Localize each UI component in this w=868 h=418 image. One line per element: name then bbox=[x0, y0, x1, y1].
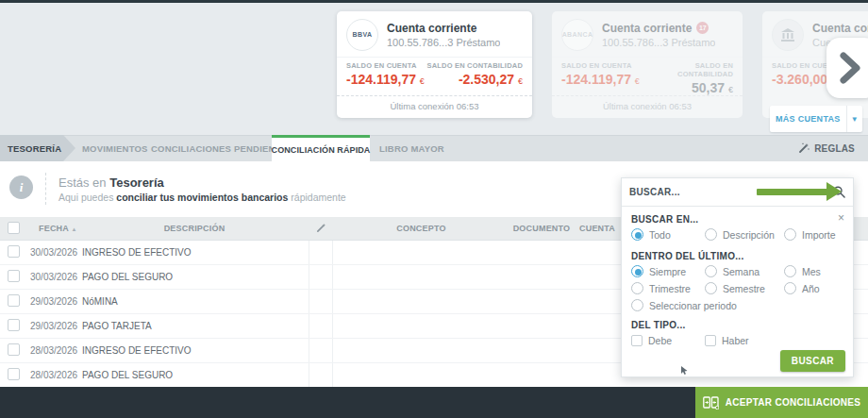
info-divider bbox=[45, 173, 46, 205]
close-icon[interactable]: × bbox=[838, 212, 844, 224]
tab-conciliacion-rapida-active[interactable]: CONCILIACIÓN RÁPIDA bbox=[272, 135, 370, 161]
checkbox-icon[interactable] bbox=[631, 335, 643, 346]
tab-libro-mayor[interactable]: LIBRO MAYOR bbox=[379, 135, 444, 161]
card-subtitle: 100.55.786...3 Préstamo bbox=[387, 37, 500, 48]
buscar-en-label: BUSCAR EN... bbox=[631, 214, 698, 225]
saldo-cuenta-label: SALDO EN CUENTA bbox=[561, 61, 640, 70]
notification-badge: 17 bbox=[696, 22, 709, 34]
account-card-abanca[interactable]: ABANCA Cuenta corriente 17 100.55.786...… bbox=[552, 11, 743, 118]
buscar-button[interactable]: BUSCAR bbox=[780, 350, 845, 372]
aceptar-conciliaciones-button[interactable]: ACEPTAR CONCILIACIONES bbox=[695, 387, 868, 418]
reglas-label: REGLAS bbox=[814, 143, 855, 154]
radio-todo[interactable]: Todo bbox=[631, 228, 671, 241]
radio-semana[interactable]: Semana bbox=[705, 265, 760, 277]
row-checkbox[interactable] bbox=[8, 270, 20, 282]
abanca-logo-text: ABANCA bbox=[562, 31, 593, 38]
last-connection: Última conexión 06:53 bbox=[552, 95, 743, 111]
cell-rules bbox=[309, 290, 333, 313]
saldo-cuenta-value: -124.119,77 € bbox=[561, 72, 640, 87]
tab-tesoreria[interactable]: TESORERÍA bbox=[0, 135, 75, 161]
account-card-bbva[interactable]: BBVA Cuenta corriente 100.55.786...3 Pré… bbox=[337, 11, 532, 118]
app-root: BBVA Cuenta corriente 100.55.786...3 Pré… bbox=[0, 0, 868, 418]
bank-icon bbox=[772, 19, 804, 51]
cell-rules bbox=[309, 363, 333, 387]
radio-mes[interactable]: Mes bbox=[784, 265, 821, 277]
saldo-cuenta-label: SALDO EN CUENTA bbox=[346, 61, 425, 70]
saldo-contabilidad-label: SALDO EN CONTABILIDAD bbox=[640, 61, 733, 78]
tab-movimientos[interactable]: MOVIMIENTOS bbox=[82, 135, 148, 161]
radio-ano[interactable]: Año bbox=[784, 282, 820, 294]
chevron-down-icon[interactable]: ▼ bbox=[847, 106, 862, 132]
del-tipo-label: DEL TIPO... bbox=[631, 320, 686, 330]
radio-siempre[interactable]: Siempre bbox=[631, 265, 686, 277]
bbva-logo: BBVA bbox=[346, 19, 378, 51]
info-subtitle: Aqui puedes conciliar tus movimientos ba… bbox=[58, 192, 346, 203]
bbva-logo-text: BBVA bbox=[353, 31, 373, 38]
cell-fecha: 28/03/2026 bbox=[28, 345, 80, 356]
row-checkbox[interactable] bbox=[8, 245, 20, 258]
column-header-concepto[interactable]: CONCEPTO bbox=[333, 224, 509, 233]
column-header-descripcion[interactable]: DESCRIPCIÓN bbox=[80, 224, 309, 233]
radio-selected-icon[interactable] bbox=[631, 228, 643, 241]
row-checkbox[interactable] bbox=[8, 294, 20, 307]
radio-icon[interactable] bbox=[705, 282, 717, 294]
radio-icon[interactable] bbox=[705, 228, 717, 241]
saldo-contabilidad-value: -2.530,27 € bbox=[426, 72, 523, 87]
radio-icon[interactable] bbox=[631, 282, 643, 294]
row-checkbox[interactable] bbox=[8, 343, 20, 356]
cell-fecha: 28/03/2026 bbox=[28, 370, 80, 380]
cell-descripcion: PAGO DEL SEGURO bbox=[80, 272, 309, 282]
cell-rules bbox=[309, 241, 333, 264]
aceptar-conciliaciones-label: ACEPTAR CONCILIACIONES bbox=[726, 397, 861, 408]
dentro-del-ultimo-label: DENTRO DEL ÚLTIMO... bbox=[631, 251, 744, 261]
saldo-cuenta-value: -124.119,77 € bbox=[346, 72, 425, 87]
saldo-contabilidad-label: SALDO EN CONTABILIDAD bbox=[426, 61, 523, 70]
column-header-documento[interactable]: DOCUMENTO bbox=[509, 224, 574, 233]
magic-wand-icon bbox=[316, 223, 326, 233]
mas-cuentas-label: MÁS CUENTAS bbox=[770, 106, 847, 132]
info-icon: i bbox=[9, 176, 33, 199]
cell-rules bbox=[309, 314, 333, 338]
last-connection: Última conexión 06:53 bbox=[337, 95, 532, 111]
card-subtitle: 100.55.786...3 Préstamo bbox=[602, 37, 715, 48]
row-checkbox[interactable] bbox=[8, 319, 20, 331]
reglas-button[interactable]: REGLAS bbox=[798, 135, 855, 161]
column-header-cuenta[interactable]: CUENTA bbox=[574, 224, 621, 233]
radio-icon[interactable] bbox=[784, 265, 796, 277]
cell-fecha: 29/03/2026 bbox=[28, 296, 80, 307]
abanca-logo: ABANCA bbox=[561, 19, 593, 51]
card-title: Cuenta corriente 17 bbox=[602, 22, 715, 35]
next-accounts-button[interactable] bbox=[826, 38, 868, 98]
radio-icon[interactable] bbox=[784, 228, 796, 241]
radio-seleccionar-periodo[interactable]: Seleccionar periodo bbox=[631, 299, 737, 311]
radio-descripcion[interactable]: Descripción bbox=[705, 228, 775, 241]
checkbox-haber[interactable]: Haber bbox=[705, 335, 749, 346]
radio-trimestre[interactable]: Trimestre bbox=[631, 282, 691, 294]
chevron-right-icon bbox=[838, 52, 862, 84]
sort-asc-icon: ▲ bbox=[71, 226, 76, 232]
cell-descripcion: PAGO DEL SEGURO bbox=[80, 370, 309, 380]
radio-semestre[interactable]: Semestre bbox=[705, 282, 765, 294]
top-border-line bbox=[0, 0, 868, 3]
info-title: Estás en Tesorería bbox=[58, 176, 164, 190]
select-all-checkbox[interactable] bbox=[8, 222, 20, 234]
cell-rules bbox=[309, 265, 333, 289]
tutorial-arrow-shaft bbox=[757, 189, 828, 195]
card-title: Cuenta corriente bbox=[812, 22, 868, 35]
radio-selected-icon[interactable] bbox=[631, 265, 643, 277]
radio-icon[interactable] bbox=[784, 282, 796, 294]
radio-icon[interactable] bbox=[631, 299, 643, 311]
cell-fecha: 30/03/2026 bbox=[28, 247, 80, 258]
column-header-fecha[interactable]: FECHA ▲ bbox=[28, 224, 80, 233]
checkbox-icon[interactable] bbox=[705, 335, 716, 346]
radio-importe[interactable]: Importe bbox=[784, 228, 836, 241]
radio-icon[interactable] bbox=[705, 265, 717, 277]
search-panel: BUSCAR... × BUSCAR EN... Todo Descripció… bbox=[621, 177, 854, 377]
reconcile-documents-icon bbox=[703, 396, 719, 410]
checkbox-debe[interactable]: Debe bbox=[631, 335, 672, 346]
mas-cuentas-button[interactable]: MÁS CUENTAS ▼ bbox=[770, 106, 862, 132]
cell-descripcion: INGRESO DE EFECTIVO bbox=[80, 247, 309, 258]
row-checkbox[interactable] bbox=[8, 368, 20, 380]
cell-fecha: 29/03/2026 bbox=[28, 321, 80, 331]
cell-rules bbox=[309, 339, 333, 362]
